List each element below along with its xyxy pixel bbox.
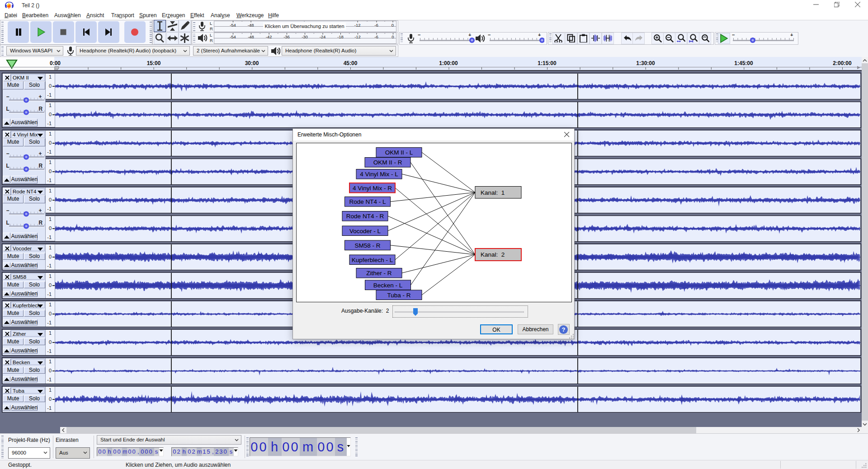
svg-text:Vocoder - L: Vocoder - L — [349, 228, 381, 234]
svg-text:SM58 - R: SM58 - R — [354, 242, 380, 249]
svg-text:Kanal: 2: Kanal: 2 — [481, 251, 505, 258]
svg-text:Becken - L: Becken - L — [373, 282, 403, 289]
svg-text:OKM II - R: OKM II - R — [373, 159, 402, 166]
svg-text:Kupferblech - L: Kupferblech - L — [352, 257, 393, 263]
svg-text:Tuba - R: Tuba - R — [387, 292, 410, 299]
svg-text:4 Vinyl Mix - L: 4 Vinyl Mix - L — [360, 171, 398, 178]
svg-text:Kanal: 1: Kanal: 1 — [481, 189, 505, 196]
svg-text:Rode NT4 - R: Rode NT4 - R — [346, 213, 384, 220]
svg-text:OKM II - L: OKM II - L — [385, 149, 413, 156]
svg-text:Zither - R: Zither - R — [366, 270, 392, 277]
svg-text:Rode NT4 - L: Rode NT4 - L — [349, 198, 386, 205]
svg-text:4 Vinyl Mix - R: 4 Vinyl Mix - R — [353, 185, 392, 192]
